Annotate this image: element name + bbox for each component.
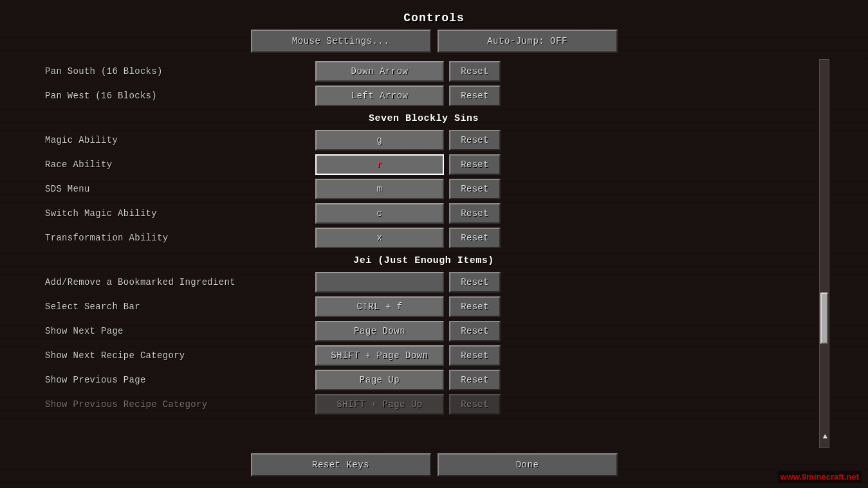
key-binding-button[interactable]: c xyxy=(315,203,444,224)
key-binding-button[interactable]: r xyxy=(315,154,444,175)
reset-button[interactable]: Reset xyxy=(449,272,501,293)
reset-button[interactable]: Reset xyxy=(449,179,501,199)
control-label: Add/Remove a Bookmarked Ingredient xyxy=(39,277,315,287)
table-row: Add/Remove a Bookmarked Ingredient Reset xyxy=(39,270,809,294)
key-binding-button[interactable]: m xyxy=(315,179,444,199)
control-label: Pan South (16 Blocks) xyxy=(39,66,315,77)
table-row: Pan West (16 Blocks) Left Arrow Reset xyxy=(39,84,809,108)
reset-keys-button[interactable]: Reset Keys xyxy=(251,453,431,476)
reset-button[interactable]: Reset xyxy=(449,61,501,82)
key-binding-button[interactable]: g xyxy=(315,130,444,150)
control-label: Show Previous Recipe Category xyxy=(39,399,315,410)
key-binding-button[interactable]: Page Down xyxy=(315,321,444,341)
top-buttons-row: Mouse Settings... Auto-Jump: OFF xyxy=(39,30,829,53)
reset-button[interactable]: Reset xyxy=(449,296,501,317)
control-label: Pan West (16 Blocks) xyxy=(39,91,315,101)
map-controls-section: Pan South (16 Blocks) Down Arrow Reset P… xyxy=(39,59,809,108)
content-area: Pan South (16 Blocks) Down Arrow Reset P… xyxy=(39,59,829,448)
table-row: Show Previous Recipe Category SHIFT + Pa… xyxy=(39,392,809,417)
table-row: SDS Menu m Reset xyxy=(39,177,809,201)
watermark: www.9minecraft.net xyxy=(778,471,862,483)
jei-section: Jei (Just Enough Items) Add/Remove a Boo… xyxy=(39,250,809,417)
key-binding-button[interactable]: CTRL + f xyxy=(315,296,444,317)
control-label: Show Previous Page xyxy=(39,375,315,385)
key-binding-button[interactable]: Page Up xyxy=(315,370,444,390)
reset-button[interactable]: Reset xyxy=(449,394,501,415)
reset-button[interactable]: Reset xyxy=(449,345,501,366)
control-label: Show Next Recipe Category xyxy=(39,350,315,361)
reset-button[interactable]: Reset xyxy=(449,370,501,390)
reset-button[interactable]: Reset xyxy=(449,130,501,150)
control-label: Race Ability xyxy=(39,159,315,170)
key-binding-button[interactable]: SHIFT + Page Up xyxy=(315,394,444,415)
main-container: Controls Mouse Settings... Auto-Jump: OF… xyxy=(0,0,868,488)
table-row: Show Previous Page Page Up Reset xyxy=(39,368,809,392)
control-label: Switch Magic Ability xyxy=(39,208,315,219)
auto-jump-button[interactable]: Auto-Jump: OFF xyxy=(438,30,618,53)
control-label: Magic Ability xyxy=(39,135,315,145)
control-label: Show Next Page xyxy=(39,326,315,336)
mouse-settings-button[interactable]: Mouse Settings... xyxy=(251,30,431,53)
reset-button[interactable]: Reset xyxy=(449,86,501,106)
table-row: Race Ability r Reset xyxy=(39,152,809,177)
key-binding-button[interactable]: Left Arrow xyxy=(315,86,444,106)
control-label: SDS Menu xyxy=(39,184,315,194)
key-text: r xyxy=(377,159,383,170)
key-binding-button[interactable]: Down Arrow xyxy=(315,61,444,82)
scrollbar-thumb[interactable] xyxy=(820,293,828,344)
table-row: Pan South (16 Blocks) Down Arrow Reset xyxy=(39,59,809,84)
section-header-sbs: Seven Blockly Sins xyxy=(39,108,809,128)
scrollbar-cursor: ▲ xyxy=(823,432,827,441)
section-header-jei: Jei (Just Enough Items) xyxy=(39,250,809,270)
table-row: Show Next Recipe Category SHIFT + Page D… xyxy=(39,343,809,368)
table-row: Magic Ability g Reset xyxy=(39,128,809,152)
table-row: Select Search Bar CTRL + f Reset xyxy=(39,294,809,319)
bottom-buttons-row: Reset Keys Done xyxy=(39,448,829,483)
table-row: Transformation Ability x Reset xyxy=(39,226,809,250)
key-binding-button[interactable] xyxy=(315,272,444,293)
reset-button[interactable]: Reset xyxy=(449,321,501,341)
done-button[interactable]: Done xyxy=(438,453,618,476)
table-row: Switch Magic Ability c Reset xyxy=(39,201,809,226)
reset-button[interactable]: Reset xyxy=(449,203,501,224)
seven-blockly-sins-section: Seven Blockly Sins Magic Ability g Reset… xyxy=(39,108,809,250)
key-binding-button[interactable]: SHIFT + Page Down xyxy=(315,345,444,366)
control-label: Select Search Bar xyxy=(39,302,315,312)
key-binding-button[interactable]: x xyxy=(315,228,444,248)
table-row: Show Next Page Page Down Reset xyxy=(39,319,809,343)
reset-button[interactable]: Reset xyxy=(449,228,501,248)
page-title: Controls xyxy=(39,5,829,30)
scrollbar-track[interactable]: ▲ xyxy=(819,59,829,448)
control-label: Transformation Ability xyxy=(39,233,315,243)
scroll-content: Pan South (16 Blocks) Down Arrow Reset P… xyxy=(39,59,819,448)
reset-button[interactable]: Reset xyxy=(449,154,501,175)
